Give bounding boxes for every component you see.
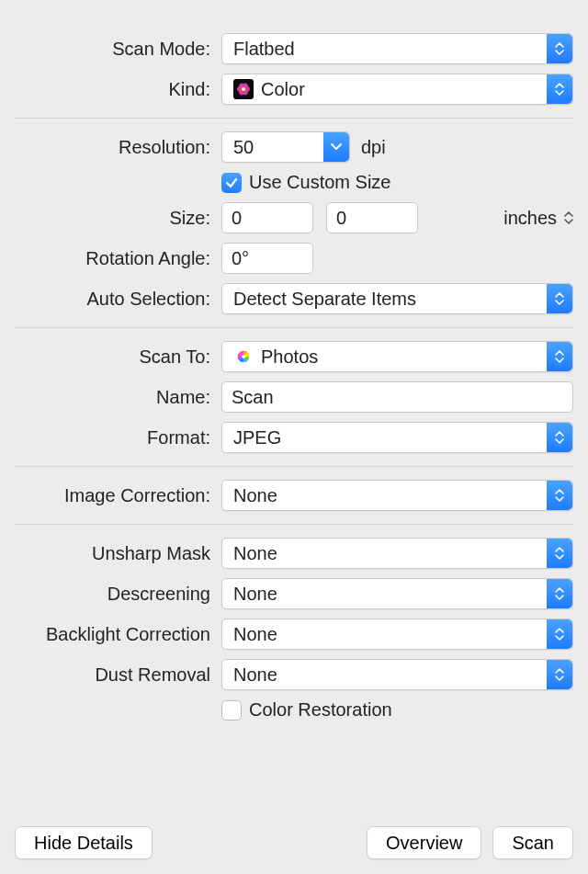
dust-removal-label: Dust Removal <box>15 664 221 686</box>
descreening-label: Descreening <box>15 584 221 605</box>
descreening-select[interactable]: None <box>221 578 573 609</box>
svg-point-4 <box>242 87 245 91</box>
format-select[interactable]: JPEG <box>221 422 573 453</box>
rotation-input[interactable] <box>221 243 313 274</box>
backlight-label: Backlight Correction <box>15 624 221 645</box>
color-restoration-label: Color Restoration <box>249 699 392 721</box>
backlight-value: None <box>233 624 277 645</box>
svg-rect-5 <box>233 346 254 367</box>
use-custom-size-checkbox[interactable]: Use Custom Size <box>221 172 391 193</box>
checkbox-icon <box>221 700 242 721</box>
units-stepper[interactable]: inches <box>503 208 573 229</box>
use-custom-size-label: Use Custom Size <box>249 172 391 193</box>
photos-app-icon <box>233 346 254 367</box>
format-label: Format: <box>15 427 221 448</box>
name-label: Name: <box>15 387 221 408</box>
image-correction-value: None <box>233 485 277 506</box>
unsharp-mask-select[interactable]: None <box>221 538 573 569</box>
auto-selection-value: Detect Separate Items <box>233 289 416 310</box>
chevron-up-down-icon <box>547 619 572 649</box>
image-correction-label: Image Correction: <box>15 485 221 506</box>
resolution-select[interactable]: 50 <box>221 131 350 163</box>
kind-value: Color <box>261 79 305 100</box>
chevron-up-down-icon <box>547 579 572 608</box>
divider <box>15 466 573 467</box>
scan-mode-value: Flatbed <box>233 39 295 60</box>
rotation-label: Rotation Angle: <box>15 248 221 269</box>
chevron-up-down-icon <box>547 481 572 510</box>
chevron-up-down-icon <box>547 284 572 313</box>
dust-removal-value: None <box>233 664 277 686</box>
resolution-value: 50 <box>233 137 254 158</box>
checkmark-icon <box>221 173 242 193</box>
scan-to-label: Scan To: <box>15 346 221 368</box>
resolution-label: Resolution: <box>15 137 221 158</box>
auto-selection-label: Auto Selection: <box>15 289 221 310</box>
scan-to-select[interactable]: Photos <box>221 341 573 372</box>
unsharp-mask-label: Unsharp Mask <box>15 543 221 564</box>
backlight-select[interactable]: None <box>221 619 573 650</box>
scan-mode-label: Scan Mode: <box>15 39 221 60</box>
units-label: inches <box>503 208 557 229</box>
scan-mode-select[interactable]: Flatbed <box>221 33 573 64</box>
chevron-down-icon <box>323 132 349 162</box>
kind-thumbnail-icon <box>233 79 254 99</box>
chevron-up-down-icon <box>547 660 572 689</box>
unsharp-mask-value: None <box>233 543 277 564</box>
kind-label: Kind: <box>15 79 221 100</box>
dpi-label: dpi <box>361 137 386 158</box>
chevron-up-down-icon <box>547 423 572 452</box>
hide-details-button[interactable]: Hide Details <box>15 826 153 859</box>
auto-selection-select[interactable]: Detect Separate Items <box>221 283 573 314</box>
height-input[interactable] <box>326 202 418 233</box>
scan-button[interactable]: Scan <box>492 826 573 859</box>
chevron-up-down-icon <box>547 34 572 63</box>
descreening-value: None <box>233 584 277 605</box>
stepper-up-down-icon <box>564 211 573 224</box>
dust-removal-select[interactable]: None <box>221 659 573 690</box>
chevron-up-down-icon <box>547 74 572 104</box>
chevron-up-down-icon <box>547 342 572 371</box>
overview-button[interactable]: Overview <box>367 826 481 859</box>
kind-select[interactable]: Color <box>221 74 573 105</box>
scan-to-value: Photos <box>261 346 318 368</box>
width-input[interactable] <box>221 202 313 233</box>
chevron-up-down-icon <box>547 539 572 568</box>
color-restoration-checkbox[interactable]: Color Restoration <box>221 699 392 721</box>
format-value: JPEG <box>233 427 281 448</box>
image-correction-select[interactable]: None <box>221 480 573 511</box>
divider <box>15 118 573 119</box>
divider <box>15 524 573 525</box>
size-label: Size: <box>15 208 221 229</box>
name-input[interactable] <box>221 381 573 413</box>
divider <box>15 327 573 328</box>
